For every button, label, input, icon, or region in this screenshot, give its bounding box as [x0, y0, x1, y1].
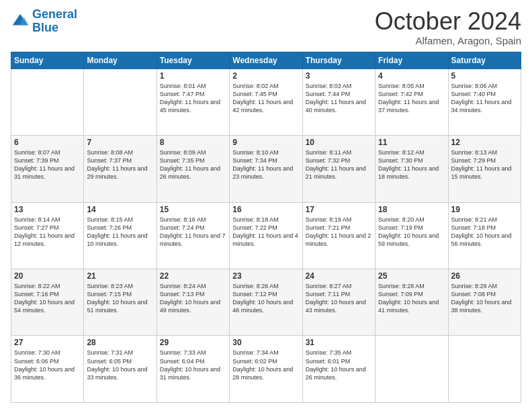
calendar-cell: 27Sunrise: 7:30 AM Sunset: 6:06 PM Dayli… [11, 336, 84, 403]
calendar-week-5: 27Sunrise: 7:30 AM Sunset: 6:06 PM Dayli… [11, 336, 521, 403]
calendar-cell: 4Sunrise: 8:05 AM Sunset: 7:42 PM Daylig… [375, 68, 448, 135]
day-info: Sunrise: 8:18 AM Sunset: 7:22 PM Dayligh… [232, 216, 299, 248]
day-number: 28 [87, 338, 153, 347]
day-number: 23 [232, 271, 299, 281]
day-number: 7 [87, 138, 153, 147]
day-info: Sunrise: 8:15 AM Sunset: 7:26 PM Dayligh… [87, 216, 153, 248]
month-title: October 2024 [375, 8, 521, 35]
day-info: Sunrise: 8:14 AM Sunset: 7:27 PM Dayligh… [14, 216, 81, 248]
day-info: Sunrise: 8:01 AM Sunset: 7:47 PM Dayligh… [160, 82, 226, 115]
calendar-cell: 10Sunrise: 8:11 AM Sunset: 7:32 PM Dayli… [302, 136, 375, 202]
calendar-cell: 15Sunrise: 8:16 AM Sunset: 7:24 PM Dayli… [157, 202, 229, 269]
day-info: Sunrise: 8:16 AM Sunset: 7:24 PM Dayligh… [160, 216, 226, 248]
day-info: Sunrise: 7:35 AM Sunset: 6:01 PM Dayligh… [306, 349, 372, 381]
day-info: Sunrise: 8:02 AM Sunset: 7:45 PM Dayligh… [232, 82, 299, 115]
day-info: Sunrise: 8:06 AM Sunset: 7:40 PM Dayligh… [451, 82, 518, 115]
day-number: 25 [378, 271, 445, 281]
day-info: Sunrise: 8:29 AM Sunset: 7:08 PM Dayligh… [451, 282, 518, 315]
day-info: Sunrise: 8:07 AM Sunset: 7:39 PM Dayligh… [14, 148, 81, 181]
day-info: Sunrise: 8:24 AM Sunset: 7:13 PM Dayligh… [160, 282, 226, 315]
calendar-header-saturday: Saturday [448, 52, 521, 68]
day-number: 8 [160, 138, 226, 147]
calendar-week-1: 1Sunrise: 8:01 AM Sunset: 7:47 PM Daylig… [11, 68, 521, 135]
calendar-cell: 24Sunrise: 8:27 AM Sunset: 7:11 PM Dayli… [302, 269, 375, 336]
day-info: Sunrise: 8:22 AM Sunset: 7:16 PM Dayligh… [14, 282, 81, 315]
calendar-cell: 22Sunrise: 8:24 AM Sunset: 7:13 PM Dayli… [157, 269, 229, 336]
day-info: Sunrise: 8:11 AM Sunset: 7:32 PM Dayligh… [306, 148, 372, 181]
day-number: 9 [232, 138, 299, 147]
day-info: Sunrise: 8:09 AM Sunset: 7:35 PM Dayligh… [160, 148, 226, 181]
calendar-cell: 30Sunrise: 7:34 AM Sunset: 6:02 PM Dayli… [230, 336, 302, 403]
logo-icon [11, 12, 30, 31]
calendar-cell: 23Sunrise: 8:26 AM Sunset: 7:12 PM Dayli… [230, 269, 302, 336]
calendar-header-tuesday: Tuesday [157, 52, 229, 68]
calendar-cell: 25Sunrise: 8:28 AM Sunset: 7:09 PM Dayli… [375, 269, 448, 336]
calendar-header-sunday: Sunday [11, 52, 84, 68]
calendar-header-friday: Friday [375, 52, 448, 68]
calendar-header-monday: Monday [84, 52, 157, 68]
calendar-cell: 5Sunrise: 8:06 AM Sunset: 7:40 PM Daylig… [448, 68, 521, 135]
day-info: Sunrise: 7:34 AM Sunset: 6:02 PM Dayligh… [232, 349, 299, 381]
header: General Blue October 2024 Alfamen, Arago… [11, 8, 521, 46]
calendar-cell: 19Sunrise: 8:21 AM Sunset: 7:18 PM Dayli… [448, 202, 521, 269]
calendar-cell: 26Sunrise: 8:29 AM Sunset: 7:08 PM Dayli… [448, 269, 521, 336]
calendar-cell [84, 68, 157, 135]
day-number: 30 [232, 338, 299, 347]
day-number: 18 [378, 205, 445, 214]
calendar-cell: 7Sunrise: 8:08 AM Sunset: 7:37 PM Daylig… [84, 136, 157, 202]
day-info: Sunrise: 8:10 AM Sunset: 7:34 PM Dayligh… [232, 148, 299, 181]
day-number: 2 [232, 71, 299, 81]
location: Alfamen, Aragon, Spain [375, 35, 521, 46]
day-info: Sunrise: 8:19 AM Sunset: 7:21 PM Dayligh… [306, 216, 372, 248]
day-number: 31 [306, 338, 372, 347]
day-info: Sunrise: 8:12 AM Sunset: 7:30 PM Dayligh… [378, 148, 445, 181]
day-number: 17 [306, 205, 372, 214]
day-info: Sunrise: 8:28 AM Sunset: 7:09 PM Dayligh… [378, 282, 445, 315]
day-info: Sunrise: 8:27 AM Sunset: 7:11 PM Dayligh… [306, 282, 372, 315]
calendar-cell: 12Sunrise: 8:13 AM Sunset: 7:29 PM Dayli… [448, 136, 521, 202]
day-number: 1 [160, 71, 226, 81]
logo-general: General [32, 7, 77, 21]
calendar-header-row: SundayMondayTuesdayWednesdayThursdayFrid… [11, 52, 521, 68]
calendar-week-2: 6Sunrise: 8:07 AM Sunset: 7:39 PM Daylig… [11, 136, 521, 202]
calendar-cell: 2Sunrise: 8:02 AM Sunset: 7:45 PM Daylig… [230, 68, 302, 135]
day-info: Sunrise: 8:26 AM Sunset: 7:12 PM Dayligh… [232, 282, 299, 315]
day-info: Sunrise: 7:33 AM Sunset: 6:04 PM Dayligh… [160, 349, 226, 381]
day-number: 11 [378, 138, 445, 147]
day-number: 5 [451, 71, 518, 81]
calendar-cell [11, 68, 84, 135]
calendar-cell: 8Sunrise: 8:09 AM Sunset: 7:35 PM Daylig… [157, 136, 229, 202]
calendar-table: SundayMondayTuesdayWednesdayThursdayFrid… [11, 52, 521, 403]
day-number: 6 [14, 138, 81, 147]
day-number: 26 [451, 271, 518, 281]
day-number: 3 [306, 71, 372, 81]
logo-blue: Blue [32, 21, 58, 34]
title-area: October 2024 Alfamen, Aragon, Spain [375, 8, 521, 46]
calendar-cell: 20Sunrise: 8:22 AM Sunset: 7:16 PM Dayli… [11, 269, 84, 336]
day-number: 12 [451, 138, 518, 147]
calendar-cell: 9Sunrise: 8:10 AM Sunset: 7:34 PM Daylig… [230, 136, 302, 202]
calendar-cell: 16Sunrise: 8:18 AM Sunset: 7:22 PM Dayli… [230, 202, 302, 269]
calendar-cell: 14Sunrise: 8:15 AM Sunset: 7:26 PM Dayli… [84, 202, 157, 269]
logo-text: General Blue [32, 8, 77, 35]
page: General Blue October 2024 Alfamen, Arago… [0, 0, 532, 411]
calendar-cell: 31Sunrise: 7:35 AM Sunset: 6:01 PM Dayli… [302, 336, 375, 403]
calendar-week-4: 20Sunrise: 8:22 AM Sunset: 7:16 PM Dayli… [11, 269, 521, 336]
day-number: 21 [87, 271, 153, 281]
day-info: Sunrise: 7:30 AM Sunset: 6:06 PM Dayligh… [14, 349, 81, 381]
day-info: Sunrise: 8:23 AM Sunset: 7:15 PM Dayligh… [87, 282, 153, 315]
day-number: 4 [378, 71, 445, 81]
calendar-cell: 17Sunrise: 8:19 AM Sunset: 7:21 PM Dayli… [302, 202, 375, 269]
day-number: 27 [14, 338, 81, 347]
calendar-header-thursday: Thursday [302, 52, 375, 68]
day-number: 15 [160, 205, 226, 214]
day-info: Sunrise: 8:20 AM Sunset: 7:19 PM Dayligh… [378, 216, 445, 248]
day-number: 20 [14, 271, 81, 281]
day-number: 24 [306, 271, 372, 281]
calendar-cell: 28Sunrise: 7:31 AM Sunset: 6:05 PM Dayli… [84, 336, 157, 403]
day-info: Sunrise: 8:21 AM Sunset: 7:18 PM Dayligh… [451, 216, 518, 248]
calendar-cell: 29Sunrise: 7:33 AM Sunset: 6:04 PM Dayli… [157, 336, 229, 403]
calendar-cell [448, 336, 521, 403]
logo: General Blue [11, 8, 77, 35]
calendar-cell: 6Sunrise: 8:07 AM Sunset: 7:39 PM Daylig… [11, 136, 84, 202]
